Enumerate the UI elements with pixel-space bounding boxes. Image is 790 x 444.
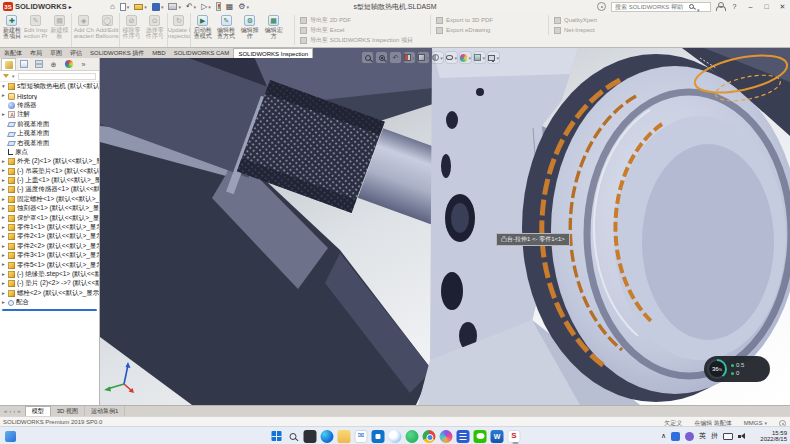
search-button[interactable] xyxy=(287,430,300,443)
display-style-icon[interactable] xyxy=(432,52,443,63)
close-button[interactable]: ✕ xyxy=(777,1,788,12)
tree-item[interactable]: 传感器 xyxy=(0,101,99,110)
mail-icon[interactable]: ✉ xyxy=(355,430,368,443)
weather-icon[interactable] xyxy=(389,430,402,443)
tree-root-item[interactable]: s型短轴散热电机 (默认<默认_显示状态-1> xyxy=(0,82,99,91)
filter-icon[interactable] xyxy=(3,74,9,78)
help-search-input[interactable] xyxy=(615,3,687,11)
ime-language-indicator[interactable]: 英 xyxy=(699,431,706,441)
ime-mode-indicator[interactable]: 拼 xyxy=(711,431,718,441)
save-icon[interactable] xyxy=(152,3,164,11)
ribbon-tab[interactable]: MBD xyxy=(148,48,169,58)
end-bell-dome[interactable] xyxy=(522,54,790,402)
tree-item[interactable]: History xyxy=(0,91,99,100)
taskbar-clock[interactable]: 15:59 2022/8/15 xyxy=(760,430,787,444)
scroll-prev-icon[interactable]: ‹ xyxy=(9,408,11,414)
edit-macro-button[interactable]: ▦ 编辑宏方 xyxy=(262,13,286,47)
ribbon-tab[interactable]: 评估 xyxy=(66,48,86,58)
tray-volume-icon[interactable] xyxy=(738,432,746,440)
green-app-icon[interactable] xyxy=(406,430,419,443)
tree-item[interactable]: 右视基准面 xyxy=(0,138,99,147)
ribbon-tab[interactable]: 草图 xyxy=(46,48,66,58)
word-icon[interactable]: W xyxy=(491,430,504,443)
tree-item[interactable]: 配合 xyxy=(0,298,99,307)
configurations-tab-icon[interactable] xyxy=(31,58,46,70)
tree-item[interactable]: (-) 绝缘垫.step<1> (默认<<默认> xyxy=(0,270,99,279)
zoom-fit-icon[interactable] xyxy=(362,52,373,63)
new-inspection-project-button[interactable]: ✚ 新建检查项目 (amp;N) xyxy=(0,13,24,47)
chrome-icon[interactable] xyxy=(423,430,436,443)
hide-show-icon[interactable] xyxy=(446,52,457,63)
start-button[interactable] xyxy=(270,430,283,443)
tree-item[interactable]: 前视基准面 xyxy=(0,120,99,129)
tree-item[interactable]: 上视基准面 xyxy=(0,129,99,138)
new-document-icon[interactable] xyxy=(120,3,130,11)
tree-item[interactable]: 零件5<1> (默认<<默认>_显示状态 xyxy=(0,260,99,269)
widgets-icon[interactable] xyxy=(5,431,16,442)
menu-expand-icon[interactable]: ▸ xyxy=(69,3,72,10)
tree-item[interactable]: (-) 吊装垫片<1> (默认<<默认>_显 xyxy=(0,167,99,176)
ribbon-tab[interactable]: SOLIDWORKS 插件 xyxy=(86,48,148,58)
app-logo[interactable]: 3S SOLIDWORKS ▸ xyxy=(3,1,72,12)
edit-operations-button[interactable]: ⚙ 编辑操作 xyxy=(238,13,262,47)
tree-item[interactable]: 零件2<1> (默认<<默认>_显示状态 xyxy=(0,232,99,241)
tray-display-icon[interactable] xyxy=(723,433,733,440)
view-settings-icon[interactable] xyxy=(488,52,499,63)
tree-item[interactable]: (-) 上盖<1> (默认<<默认>_显示状 xyxy=(0,176,99,185)
document-tab[interactable]: 运动算例1 xyxy=(85,406,125,416)
tree-item[interactable]: 蚀刻器<1> (默认<<默认>_显示状 xyxy=(0,204,99,213)
options-icon[interactable]: ⚙ xyxy=(238,3,249,11)
wechat-icon[interactable] xyxy=(474,430,487,443)
appearances-tab-icon[interactable] xyxy=(61,58,76,70)
tray-app-blue-icon[interactable] xyxy=(671,432,680,441)
ribbon-tab[interactable]: SOLIDWORKS CAM xyxy=(170,48,234,58)
task-view-icon[interactable] xyxy=(304,430,317,443)
file-explorer-icon[interactable] xyxy=(338,430,351,443)
tree-item[interactable]: 零件3<1> (默认<<默认>_显示状态 xyxy=(0,251,99,260)
edge-icon[interactable] xyxy=(321,430,334,443)
home-icon[interactable]: ⌂ xyxy=(110,3,115,11)
tray-chevron-icon[interactable]: ∧ xyxy=(661,432,666,440)
resources-icon[interactable] xyxy=(597,2,606,11)
scroll-first-icon[interactable]: « xyxy=(4,408,7,414)
undo-icon[interactable]: ↶ xyxy=(186,3,196,11)
rebuild-icon[interactable] xyxy=(216,2,221,11)
tree-item[interactable]: 原点 xyxy=(0,148,99,157)
select-icon[interactable]: ▷ xyxy=(201,3,211,11)
minimize-button[interactable]: – xyxy=(745,1,756,12)
scene-icon[interactable] xyxy=(474,52,485,63)
filter-dropdown-icon[interactable]: ▾ xyxy=(12,73,15,79)
ribbon-tab[interactable]: 装配体 xyxy=(0,48,26,58)
solidworks-taskbar-icon[interactable]: S xyxy=(508,430,521,443)
restore-button[interactable]: □ xyxy=(761,1,772,12)
launch-inspection-mode-button[interactable]: ▶ 启动检查模式 xyxy=(190,13,214,47)
login-icon[interactable] xyxy=(716,2,724,11)
featuremanager-tab-icon[interactable] xyxy=(1,58,16,70)
open-icon[interactable] xyxy=(134,4,147,10)
tree-item[interactable]: (-) 垫片 (2)<2> ->? (默认<<默认 xyxy=(0,279,99,288)
scroll-next-icon[interactable]: › xyxy=(13,408,15,414)
browser-icon[interactable] xyxy=(440,430,453,443)
tree-item[interactable]: 外壳 (2)<1> (默认<<默认>_显示状 xyxy=(0,157,99,166)
print-icon[interactable] xyxy=(168,3,181,10)
edit-inspection-methods-button[interactable]: ✎ 编辑检查方式 xyxy=(214,13,238,47)
filter-input[interactable] xyxy=(18,73,96,80)
zoom-area-icon[interactable] xyxy=(376,52,387,63)
model-render[interactable] xyxy=(100,48,790,405)
panel-overflow-icon[interactable]: » xyxy=(76,58,91,70)
help-button[interactable]: ? xyxy=(729,1,740,12)
propertymanager-tab-icon[interactable] xyxy=(16,58,31,70)
tree-item[interactable]: 零件1<1> (默认<<默认>_显示状态 xyxy=(0,223,99,232)
rollback-bar[interactable] xyxy=(2,309,97,311)
display-settings-icon[interactable]: ▦ xyxy=(226,3,234,11)
tree-item[interactable]: (-) 温度传感器<1> (默认<<默认>_ xyxy=(0,185,99,194)
tree-item[interactable]: 注解 xyxy=(0,110,99,119)
search-icon[interactable] xyxy=(689,4,694,9)
tree-item[interactable]: 固定螺栓<1> (默认<<默认>_显示 xyxy=(0,195,99,204)
tray-app-purple-icon[interactable] xyxy=(685,432,694,441)
tree-item[interactable]: 零件2<2> (默认<<默认>_显示状态 xyxy=(0,242,99,251)
document-tab[interactable]: 3D 视图 xyxy=(51,406,85,416)
dimxpert-tab-icon[interactable]: ⊕ xyxy=(46,58,61,70)
appearance-icon[interactable] xyxy=(460,52,471,63)
ribbon-tab[interactable]: SOLIDWORKS Inspection xyxy=(233,48,313,58)
